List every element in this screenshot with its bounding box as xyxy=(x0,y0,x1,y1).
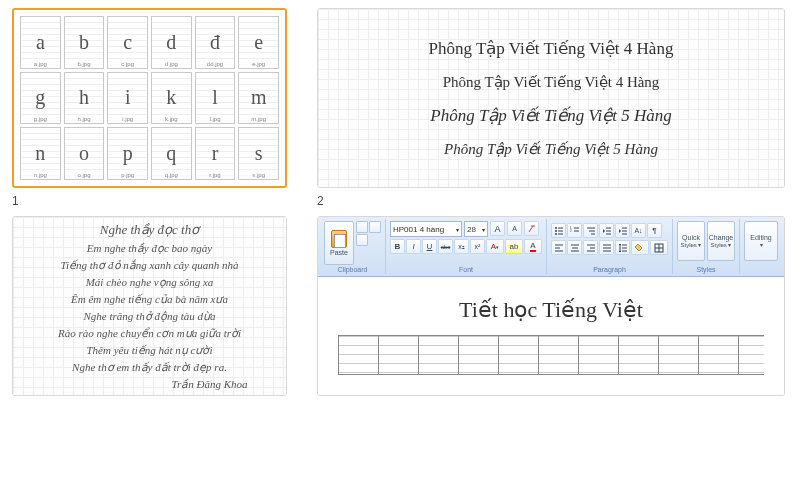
align-right-button[interactable] xyxy=(583,240,598,255)
line-spacing-button[interactable] xyxy=(615,240,630,255)
styles-group: Quick Styles ▾ Change Styles ▾ Styles xyxy=(673,219,740,274)
document-title: Tiết học Tiếng Việt xyxy=(338,297,764,323)
letter-caption: m.jpg xyxy=(239,115,278,123)
clipboard-small-buttons xyxy=(356,221,381,246)
clear-format-button[interactable] xyxy=(524,221,539,236)
font-size-select[interactable]: 28▾ xyxy=(464,221,488,237)
format-painter-button[interactable] xyxy=(356,234,368,246)
borders-button[interactable] xyxy=(650,240,668,255)
cut-button[interactable] xyxy=(356,221,368,233)
styles-group-label: Styles xyxy=(673,266,739,273)
letter-cell[interactable]: qq.jpg xyxy=(151,127,192,180)
letter-grid: aa.jpgbb.jpgcc.jpgdd.jpgđdd.jpgee.jpggg.… xyxy=(14,10,285,186)
letter-caption: b.jpg xyxy=(65,60,104,68)
poem-line: Trần Đăng Khoa xyxy=(171,378,247,391)
highlight-button[interactable]: ab xyxy=(505,239,523,254)
letter-cell[interactable]: ii.jpg xyxy=(107,72,148,125)
change-styles-button[interactable]: Change Styles ▾ xyxy=(707,221,735,261)
letter-caption: r.jpg xyxy=(196,171,235,179)
letter-caption: i.jpg xyxy=(108,115,147,123)
letter-cell[interactable]: hh.jpg xyxy=(64,72,105,125)
bold-button[interactable]: B xyxy=(390,239,405,254)
superscript-button[interactable]: x² xyxy=(470,239,485,254)
letter-caption: e.jpg xyxy=(239,60,278,68)
align-left-button[interactable] xyxy=(551,240,566,255)
letter-caption: d.jpg xyxy=(152,60,191,68)
letter-cell[interactable]: nn.jpg xyxy=(20,127,61,180)
strike-button[interactable]: abc xyxy=(438,239,453,254)
letter-cell[interactable]: oo.jpg xyxy=(64,127,105,180)
letter-caption: o.jpg xyxy=(65,171,104,179)
thumb-1[interactable]: aa.jpgbb.jpgcc.jpgdd.jpgđdd.jpgee.jpggg.… xyxy=(12,8,287,188)
poem-line: Nghe trăng thở động tàu dừa xyxy=(84,310,216,323)
letter-caption: l.jpg xyxy=(196,115,235,123)
poem-block: Nghe thầy đọc thơEm nghe thầy đọc bao ng… xyxy=(13,217,286,395)
grow-font-button[interactable]: A xyxy=(490,221,505,236)
letter-cell[interactable]: aa.jpg xyxy=(20,16,61,69)
letter-cell[interactable]: kk.jpg xyxy=(151,72,192,125)
thumb-1-label: 1 xyxy=(12,194,287,208)
text-effects-button[interactable]: A▾ xyxy=(486,239,504,254)
letter-caption: s.jpg xyxy=(239,171,278,179)
thumbnail-gallery: aa.jpgbb.jpgcc.jpgdd.jpgđdd.jpgee.jpggg.… xyxy=(0,0,797,404)
letter-cell[interactable]: bb.jpg xyxy=(64,16,105,69)
font-color-button[interactable]: A xyxy=(524,239,542,254)
font-group: HP001 4 hàng▾ 28▾ A A B I U abc x₂ xyxy=(386,219,547,274)
shading-button[interactable] xyxy=(631,240,649,255)
letter-caption: c.jpg xyxy=(108,60,147,68)
letter-caption: h.jpg xyxy=(65,115,104,123)
justify-button[interactable] xyxy=(599,240,614,255)
letter-caption: q.jpg xyxy=(152,171,191,179)
editing-button[interactable]: Editing ▾ xyxy=(744,221,778,261)
sample-line-4: Phông Tập Viết Tiếng Việt 5 Hàng xyxy=(444,140,658,158)
inc-indent-button[interactable] xyxy=(615,223,630,238)
multilevel-button[interactable] xyxy=(583,223,598,238)
subscript-button[interactable]: x₂ xyxy=(454,239,469,254)
letter-cell[interactable]: dd.jpg xyxy=(151,16,192,69)
poem-line: Tiếng thơ đỏ nắng xanh cây quanh nhà xyxy=(60,259,238,272)
numbering-button[interactable]: 12 xyxy=(567,223,582,238)
svg-text:2: 2 xyxy=(570,229,572,233)
paste-button[interactable]: Paste xyxy=(324,221,354,265)
paragraph-group-label: Paragraph xyxy=(547,266,672,273)
thumb-2[interactable]: Phông Tập Viết Tiếng Việt 4 Hàng Phông T… xyxy=(317,8,785,188)
copy-button[interactable] xyxy=(369,221,381,233)
letter-cell[interactable]: ee.jpg xyxy=(238,16,279,69)
letter-cell[interactable]: cc.jpg xyxy=(107,16,148,69)
bullets-button[interactable] xyxy=(551,223,566,238)
italic-button[interactable]: I xyxy=(406,239,421,254)
quick-styles-button[interactable]: Quick Styles ▾ xyxy=(677,221,705,261)
letter-caption: g.jpg xyxy=(21,115,60,123)
paste-label: Paste xyxy=(330,249,348,256)
poem-line: Thêm yêu tiếng hát nụ cười xyxy=(86,344,212,357)
poem-line: Nghe thơ em thấy đất trời đẹp ra. xyxy=(72,361,227,374)
letter-caption: n.jpg xyxy=(21,171,60,179)
letter-cell[interactable]: ss.jpg xyxy=(238,127,279,180)
sort-button[interactable]: A↓ xyxy=(631,223,646,238)
letter-cell[interactable]: đdd.jpg xyxy=(195,16,236,69)
editing-group: Editing ▾ xyxy=(740,219,782,274)
show-marks-button[interactable]: ¶ xyxy=(647,223,662,238)
letter-caption: dd.jpg xyxy=(196,60,235,68)
svg-point-0 xyxy=(555,227,557,229)
letter-cell[interactable]: rr.jpg xyxy=(195,127,236,180)
svg-point-2 xyxy=(555,230,557,232)
thumb-2-label: 2 xyxy=(317,194,785,208)
poem-line: Nghe thầy đọc thơ xyxy=(100,222,199,238)
thumb-3[interactable]: Nghe thầy đọc thơEm nghe thầy đọc bao ng… xyxy=(12,216,287,396)
letter-caption: k.jpg xyxy=(152,115,191,123)
word-window: Paste Clipboard HP001 4 hàng▾ 28▾ xyxy=(318,217,784,395)
thumb-4[interactable]: Paste Clipboard HP001 4 hàng▾ 28▾ xyxy=(317,216,785,396)
thumb-1-slot: aa.jpgbb.jpgcc.jpgdd.jpgđdd.jpgee.jpggg.… xyxy=(12,8,287,208)
shrink-font-button[interactable]: A xyxy=(507,221,522,236)
dec-indent-button[interactable] xyxy=(599,223,614,238)
letter-cell[interactable]: ll.jpg xyxy=(195,72,236,125)
poem-line: Êm êm nghe tiếng của bà năm xưa xyxy=(71,293,228,306)
font-name-select[interactable]: HP001 4 hàng▾ xyxy=(390,221,462,237)
underline-button[interactable]: U xyxy=(422,239,437,254)
document-area[interactable]: Tiết học Tiếng Việt xyxy=(318,277,784,395)
letter-cell[interactable]: gg.jpg xyxy=(20,72,61,125)
letter-cell[interactable]: mm.jpg xyxy=(238,72,279,125)
letter-cell[interactable]: pp.jpg xyxy=(107,127,148,180)
align-center-button[interactable] xyxy=(567,240,582,255)
